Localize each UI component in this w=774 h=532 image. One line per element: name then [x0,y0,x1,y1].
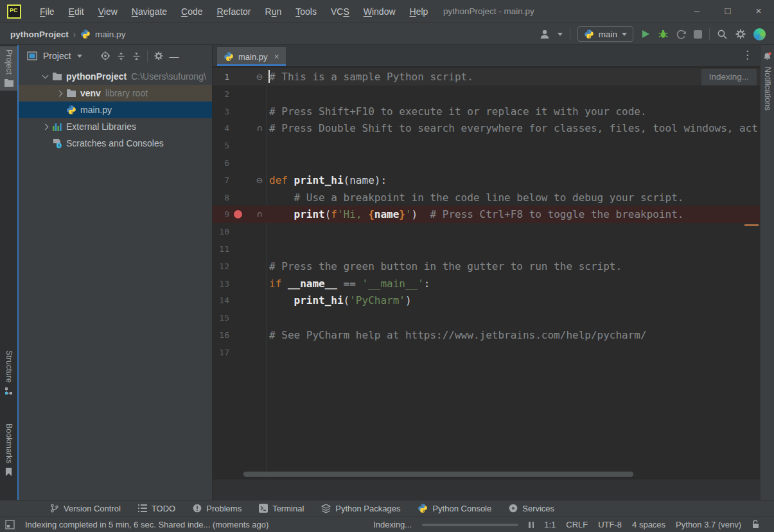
tree-item-label: pythonProject [66,71,127,82]
tree-item-label: External Libraries [66,121,136,132]
code-line-9[interactable]: 9∩ print(f'Hi, {name}') # Press Ctrl+F8 … [213,206,760,223]
right-tool-window-stripe: Notifications [760,45,774,500]
chevron-down-icon[interactable] [38,75,52,78]
breadcrumb: pythonProject › main.py [10,29,125,39]
project-panel-title[interactable]: Project [43,51,71,61]
run-with-coverage-button[interactable] [676,29,687,40]
code-line-10[interactable]: 10 [213,223,760,240]
stripe-button-structure[interactable]: Structure [0,347,17,398]
line-number: 2 [213,85,229,103]
tool-window-button-terminal[interactable]: Terminal [259,504,304,513]
run-button[interactable] [640,29,651,39]
menu-edit[interactable]: Edit [62,0,91,23]
stop-button[interactable] [694,30,702,39]
tab-options-kebab-icon[interactable]: ⋮ [742,48,753,62]
line-number: 8 [213,189,229,206]
expand-all-icon[interactable] [116,51,126,61]
stripe-button-project[interactable]: Project [0,46,17,91]
code-line-16[interactable]: 16# See PyCharm help at https://www.jetb… [213,326,760,344]
code-line-5[interactable]: 5 [213,137,760,154]
menu-vcs[interactable]: VCS [324,0,356,23]
run-configuration-select[interactable]: main [577,26,633,42]
locate-file-icon[interactable] [100,51,110,61]
menu-file[interactable]: File [33,0,62,23]
collapse-all-icon[interactable] [132,51,141,61]
fold-marker-icon[interactable]: ∩ [254,206,265,223]
editor-tab-main-py[interactable]: main.py × [217,47,286,66]
caret-position-indicator[interactable]: 1:1 [544,520,556,529]
tool-window-button-python-packages[interactable]: Python Packages [321,504,400,513]
menu-refactor[interactable]: Refactor [210,0,258,23]
code-line-8[interactable]: 8 # Use a breakpoint in the code line be… [213,189,760,206]
breadcrumb-separator-icon: › [73,30,76,39]
code-line-3[interactable]: 3# Press Shift+F10 to execute it or repl… [213,103,760,120]
hide-panel-icon[interactable]: — [170,51,179,62]
code-line-15[interactable]: 15 [213,309,760,326]
code-line-4[interactable]: 4∩# Press Double Shift to search everywh… [213,120,760,137]
fold-marker-icon[interactable]: ⊖ [254,172,265,189]
fold-marker-icon[interactable]: ∩ [254,120,265,137]
code-line-14[interactable]: 14 print_hi('PyCharm') [213,292,760,309]
indent-indicator[interactable]: 4 spaces [632,520,665,529]
tree-item-pythonproject[interactable]: pythonProjectC:\Users\sufurong\ [19,68,212,85]
status-message[interactable]: Indexing completed in 5 min, 6 sec. Shar… [25,520,268,529]
breakpoint-dot-icon[interactable] [234,210,242,218]
close-button[interactable]: × [743,0,774,23]
panel-settings-gear-icon[interactable] [154,51,164,61]
bell-icon[interactable] [762,51,772,62]
folder-icon [52,72,66,81]
horizontal-scrollbar[interactable] [243,472,633,477]
tree-item-external-libraries[interactable]: External Libraries [19,118,212,135]
menu-view[interactable]: View [91,0,125,23]
interpreter-indicator[interactable]: Python 3.7 (venv) [676,520,741,529]
tree-item-scratches-and-consoles[interactable]: Scratches and Consoles [19,135,212,152]
code-line-17[interactable]: 17 [213,344,760,361]
user-dropdown-arrow-icon[interactable] [558,33,563,36]
tool-window-button-problems[interactable]: Problems [193,504,242,513]
breadcrumb-file[interactable]: main.py [95,30,125,39]
tab-close-icon[interactable]: × [274,51,279,62]
debug-button[interactable] [658,29,669,39]
line-separator-indicator[interactable]: CRLF [566,520,588,529]
code-line-1[interactable]: 1⊖# This is a sample Python script. [213,68,760,85]
tree-item-main-py[interactable]: main.py [19,102,212,118]
chevron-right-icon[interactable] [38,125,52,129]
code-with-me-icon[interactable] [753,28,766,40]
breadcrumb-project[interactable]: pythonProject [10,30,69,39]
tool-window-button-version-control[interactable]: Version Control [50,504,121,513]
menu-navigate[interactable]: Navigate [125,0,174,23]
menu-run[interactable]: Run [258,0,289,23]
tool-window-button-python-console[interactable]: Python Console [418,503,491,513]
menu-code[interactable]: Code [174,0,209,23]
code-line-13[interactable]: 13if __name__ == '__main__': [213,275,760,292]
tool-window-toggle-icon[interactable] [5,520,15,529]
code-line-2[interactable]: 2 [213,85,760,103]
stripe-button-notifications[interactable]: Notifications [763,67,772,111]
code-line-6[interactable]: 6 [213,154,760,172]
pause-indexing-button[interactable] [529,522,534,528]
maximize-button[interactable]: □ [712,0,743,23]
encoding-indicator[interactable]: UTF-8 [598,520,622,529]
tree-item-venv[interactable]: venvlibrary root [19,85,212,102]
tool-window-label: Python Packages [335,504,400,513]
lock-icon[interactable] [752,520,760,529]
tool-window-button-services[interactable]: Services [509,504,554,513]
project-view-dropdown-icon[interactable] [77,55,82,58]
code-editor[interactable]: 1⊖# This is a sample Python script.23# P… [213,66,760,479]
code-line-7[interactable]: 7⊖def print_hi(name): [213,172,760,189]
menu-tools[interactable]: Tools [288,0,324,23]
pycharm-logo-icon: PC [7,4,21,19]
tool-window-button-todo[interactable]: TODO [138,504,175,513]
code-line-12[interactable]: 12# Press the green button in the gutter… [213,258,760,275]
minimize-button[interactable]: – [682,0,712,23]
code-line-11[interactable]: 11 [213,240,760,258]
stripe-button-bookmarks[interactable]: Bookmarks [0,420,17,479]
menu-help[interactable]: Help [403,0,435,23]
fold-marker-icon[interactable]: ⊖ [254,68,265,85]
packages-icon [321,504,331,513]
search-everywhere-icon[interactable] [717,29,728,40]
settings-gear-icon[interactable] [735,28,746,40]
menu-window[interactable]: Window [356,0,403,23]
user-profile-icon[interactable] [539,29,550,39]
chevron-right-icon[interactable] [52,91,66,96]
